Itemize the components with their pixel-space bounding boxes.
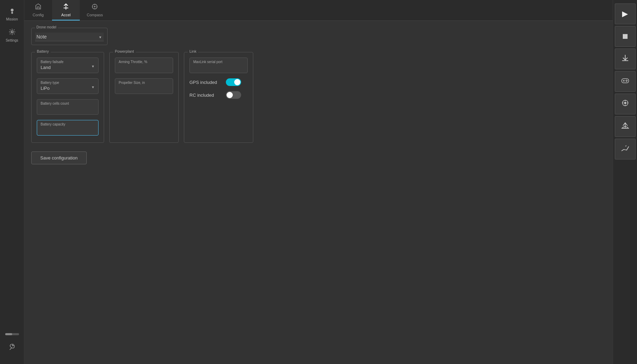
mavlink-port-wrapper: MavLink serial port 3	[189, 58, 248, 73]
powerplant-panel: Powerplant Arming Throttle, % 19 Propell…	[109, 52, 179, 143]
mode-icon	[620, 98, 630, 110]
svg-point-6	[627, 80, 627, 81]
battery-capacity-label: Battery capacity	[41, 122, 65, 126]
battery-capacity-input[interactable]: 4200	[41, 127, 95, 132]
accel-tab-icon	[62, 3, 69, 12]
play-icon: ▶	[622, 9, 628, 18]
mission-flight-icon	[620, 143, 630, 155]
arming-throttle-group: Arming Throttle, % 19	[115, 58, 173, 73]
mission-button[interactable]	[615, 139, 636, 159]
arming-throttle-wrapper: Arming Throttle, % 19	[115, 58, 173, 73]
powerplant-panel-label: Powerplant	[113, 49, 136, 53]
drone-model-select[interactable]: Note Model A Model B	[35, 33, 104, 41]
battery-type-group: Battery type LiPo LiFe NiMH ▼	[37, 78, 99, 94]
gamepad-icon	[620, 76, 630, 87]
content-area: Drone model Note Model A Model B Battery…	[24, 21, 613, 364]
takeoff-button[interactable]	[615, 116, 636, 137]
sidebar-item-tools[interactable]	[0, 340, 24, 357]
battery-cells-input[interactable]: 2	[41, 106, 95, 112]
stop-icon: ⏹	[621, 32, 629, 41]
land-button[interactable]	[615, 49, 636, 69]
settings-icon	[8, 28, 16, 37]
sidebar-item-mission[interactable]: Mission	[0, 3, 24, 25]
land-icon	[620, 53, 630, 65]
battery-failsafe-wrapper: Battery failsafe Land RTL None ▼	[37, 58, 99, 73]
battery-capacity-wrapper: Battery capacity 4200	[37, 120, 99, 136]
battery-failsafe-select[interactable]: Land RTL None	[41, 65, 95, 70]
gps-toggle-row: GPS included	[189, 78, 248, 86]
rc-toggle-track	[226, 91, 241, 99]
battery-capacity-group: Battery capacity 4200	[37, 120, 99, 136]
svg-point-0	[11, 9, 14, 11]
config-tab-icon	[35, 3, 42, 12]
sidebar-settings-label: Settings	[6, 38, 18, 42]
propeller-size-wrapper: Propeller Size, in 5	[115, 78, 173, 94]
battery-failsafe-label: Battery failsafe	[41, 60, 63, 64]
gamepad-button[interactable]	[615, 71, 636, 92]
drone-model-label: Drone model	[35, 25, 58, 29]
rc-toggle-row: RC included	[189, 91, 248, 99]
arming-throttle-label: Arming Throttle, %	[119, 60, 147, 64]
propeller-size-group: Propeller Size, in 5	[115, 78, 173, 94]
tab-accel[interactable]: Accel	[52, 0, 80, 20]
drone-model-fieldset: Drone model Note Model A Model B	[31, 28, 108, 45]
save-configuration-button[interactable]: Save configuration	[31, 151, 87, 164]
main-area: Config Accel Compass	[24, 0, 613, 364]
battery-cells-group: Battery cells count 2	[37, 99, 99, 115]
link-panel-label: Link	[188, 49, 198, 53]
svg-point-8	[625, 80, 626, 81]
svg-point-5	[626, 80, 627, 80]
rc-toggle[interactable]	[226, 91, 241, 99]
mode-button[interactable]	[615, 94, 636, 114]
tab-accel-label: Accel	[61, 13, 71, 17]
propeller-size-input[interactable]: 5	[119, 86, 169, 91]
takeoff-icon	[620, 121, 630, 132]
propeller-size-label: Propeller Size, in	[119, 81, 145, 85]
three-col: Battery Battery failsafe Land RTL None ▼	[31, 52, 606, 143]
sidebar-item-settings[interactable]: Settings	[0, 25, 24, 46]
mavlink-port-group: MavLink serial port 3	[189, 58, 248, 73]
battery-type-wrapper: Battery type LiPo LiFe NiMH ▼	[37, 78, 99, 94]
arming-throttle-input[interactable]: 19	[119, 65, 169, 70]
gps-toggle-thumb	[234, 79, 240, 85]
svg-point-3	[94, 6, 95, 7]
mavlink-port-input[interactable]: 3	[193, 65, 244, 70]
battery-cells-label: Battery cells count	[41, 102, 69, 105]
tab-config[interactable]: Config	[24, 0, 52, 20]
stop-button[interactable]: ⏹	[615, 26, 636, 47]
link-panel: Link MavLink serial port 3 GPS included	[184, 52, 253, 143]
compass-tab-icon	[91, 3, 98, 12]
gps-label: GPS included	[189, 80, 221, 85]
battery-cells-wrapper: Battery cells count 2	[37, 99, 99, 115]
tab-compass-label: Compass	[87, 13, 103, 17]
battery-type-select[interactable]: LiPo LiFe NiMH	[41, 86, 95, 91]
tab-config-label: Config	[33, 13, 44, 17]
svg-point-1	[11, 31, 13, 33]
tab-compass[interactable]: Compass	[80, 0, 110, 20]
battery-panel-label: Battery	[35, 49, 51, 53]
battery-failsafe-group: Battery failsafe Land RTL None ▼	[37, 58, 99, 73]
play-button[interactable]: ▶	[615, 3, 636, 24]
right-sidebar: ▶ ⏹	[613, 0, 637, 364]
gps-toggle-track	[226, 78, 241, 86]
svg-point-10	[624, 102, 626, 104]
battery-panel: Battery Battery failsafe Land RTL None ▼	[31, 52, 104, 143]
rc-label: RC included	[189, 93, 221, 98]
sidebar-progress-bar	[5, 333, 19, 335]
drone-model-select-wrap: Note Model A Model B	[35, 33, 104, 41]
mission-icon	[8, 7, 16, 16]
svg-point-7	[626, 81, 627, 82]
battery-type-label: Battery type	[41, 81, 59, 85]
gps-toggle[interactable]	[226, 78, 241, 86]
rc-toggle-thumb	[227, 92, 233, 98]
mavlink-port-label: MavLink serial port	[193, 60, 222, 64]
tools-icon	[9, 344, 16, 353]
left-sidebar: Mission Settings	[0, 0, 24, 364]
tab-bar: Config Accel Compass	[24, 0, 613, 21]
sidebar-mission-label: Mission	[6, 17, 18, 21]
